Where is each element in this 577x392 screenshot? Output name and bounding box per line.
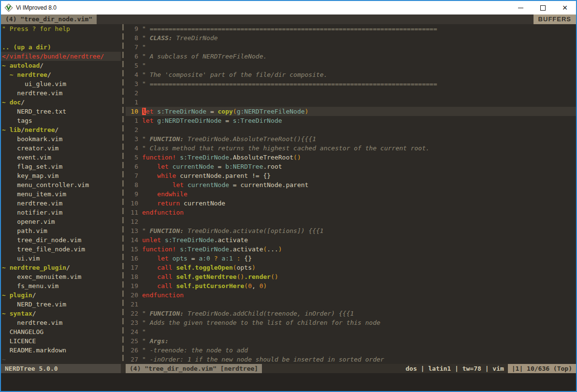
editor-panel: 9" =====================================… [126, 24, 576, 364]
close-button[interactable]: × [554, 1, 576, 15]
code-line[interactable]: 7 while currentNode.parent != {} [126, 171, 576, 180]
tabline-fill [97, 15, 534, 24]
code-line[interactable]: 15function! s:TreeDirNode.activate(...) [126, 245, 576, 254]
code-line[interactable]: 21 [126, 300, 576, 309]
line-number: 18 [127, 272, 138, 281]
line-number: 2 [127, 88, 138, 98]
tree-item[interactable]: fs_menu.vim [1, 281, 121, 290]
tree-item[interactable]: .. (up a dir) [1, 43, 121, 52]
tree-item[interactable] [1, 33, 121, 43]
code-line[interactable]: 25" Args: [126, 336, 576, 346]
code-line[interactable]: 16 let opts = a:0 ? a:1 : {} [126, 254, 576, 263]
line-number: 9 [127, 189, 138, 199]
tree-item[interactable]: LICENCE [1, 336, 121, 346]
tree-item[interactable]: menu_item.vim [1, 189, 121, 199]
line-number: 8 [127, 180, 138, 189]
tree-item[interactable]: ~ lib/nerdtree/ [1, 125, 121, 134]
tree-item[interactable]: NERD_tree.vim [1, 300, 121, 309]
code-line[interactable]: 8" CLASS: TreeDirNode [126, 33, 576, 43]
tabline: (4) "tree_dir_node.vim" BUFFERS [1, 15, 576, 24]
code-line[interactable]: 1let g:NERDTreeDirNode = s:TreeDirNode [126, 116, 576, 125]
line-number: 4 [127, 70, 138, 79]
code-line[interactable]: 11endfunction [126, 208, 576, 217]
line-number: 10 [127, 107, 138, 116]
tree-item[interactable]: notifier.vim [1, 208, 121, 217]
nerdtree-statusline: NERDTree 5.0.0 [1, 364, 121, 373]
code-line[interactable]: 20endfunction [126, 290, 576, 300]
line-number: 17 [127, 263, 138, 272]
code-line[interactable]: 7" [126, 43, 576, 52]
code-line[interactable]: 19 call self.putCursorHere(0, 0) [126, 281, 576, 290]
code-line[interactable]: 12 [126, 217, 576, 226]
tree-item[interactable]: ~ plugin/ [1, 290, 121, 300]
code-line[interactable]: 5" [126, 61, 576, 70]
tree-item[interactable]: tags [1, 116, 121, 125]
tree-item[interactable]: NERD_tree.txt [1, 107, 121, 116]
tree-item[interactable]: menu_controller.vim [1, 180, 121, 189]
code-line[interactable]: 8 let currentNode = currentNode.parent [126, 180, 576, 189]
code-line[interactable]: 6 let currentNode = b:NERDTree.root [126, 162, 576, 171]
code-line[interactable]: 14unlet s:TreeDirNode.activate [126, 235, 576, 245]
code-line[interactable]: 1 [126, 98, 576, 107]
line-number: 6 [127, 52, 138, 61]
code-line[interactable]: 22" FUNCTION: TreeDirNode.addChild(treen… [126, 309, 576, 318]
tree-item[interactable]: tree_file_node.vim [1, 245, 121, 254]
statusline-filename: (4) "tree_dir_node.vim" [nerdtree] [126, 364, 262, 373]
tree-item[interactable]: ~ autoload/ [1, 61, 121, 70]
code-line[interactable]: 26" -treenode: the node to add [126, 346, 576, 355]
tree-item[interactable]: nerdtree.vim [1, 199, 121, 208]
tree-item[interactable]: ~ nerdtree/ [1, 70, 121, 79]
code-line[interactable]: 4" The 'composite' part of the file/dir … [126, 70, 576, 79]
buffers-label: BUFFERS [534, 15, 576, 24]
code-line[interactable]: 9" =====================================… [126, 24, 576, 33]
code-line[interactable]: 18 call self.getNerdtree().render() [126, 272, 576, 281]
tree-item[interactable]: opener.vim [1, 217, 121, 226]
code-line[interactable]: 5function! s:TreeDirNode.AbsoluteTreeRoo… [126, 153, 576, 162]
line-number: 4 [127, 144, 138, 153]
tree-item[interactable]: ui_glue.vim [1, 79, 121, 88]
tree-item[interactable]: key_map.vim [1, 171, 121, 180]
code-line[interactable]: 2 [126, 125, 576, 134]
vim-window: Vi IMproved 8.0 × (4) "tree_dir_node.vim… [0, 0, 577, 392]
tree-item[interactable]: " Press ? for help [1, 24, 121, 33]
line-number: 9 [127, 24, 138, 33]
code-line[interactable]: 10let s:TreeDirNode = copy(g:NERDTreeFil… [126, 107, 576, 116]
tree-item[interactable]: exec_menuitem.vim [1, 272, 121, 281]
code-line[interactable]: 13" FUNCTION: TreeDirNode.activate([opti… [126, 226, 576, 235]
code-line[interactable]: 3" =====================================… [126, 79, 576, 88]
tree-item[interactable]: bookmark.vim [1, 134, 121, 144]
tree-item[interactable]: ~ doc/ [1, 98, 121, 107]
code-line[interactable]: 27" -inOrder: 1 if the new node should b… [126, 355, 576, 364]
code-line[interactable]: 9 endwhile [126, 189, 576, 199]
code-line[interactable]: 10 return currentNode [126, 199, 576, 208]
tree-item[interactable]: nerdtree.vim [1, 318, 121, 327]
tree-item[interactable]: </vimfiles/bundle/nerdtree/ [1, 52, 121, 61]
code-line[interactable]: 23" Adds the given treenode to the list … [126, 318, 576, 327]
maximize-button[interactable] [532, 1, 554, 15]
window-split-separator[interactable] [121, 24, 126, 364]
code-line[interactable]: 24" [126, 327, 576, 336]
code-line[interactable]: 3" FUNCTION: TreeDirNode.AbsoluteTreeRoo… [126, 134, 576, 144]
code-line[interactable]: 4" Class method that returns the highest… [126, 144, 576, 153]
minimize-button[interactable] [509, 1, 532, 15]
tree-item[interactable]: ~ [1, 355, 121, 364]
tree-item[interactable]: ~ nerdtree_plugin/ [1, 263, 121, 272]
tree-item[interactable]: CHANGELOG [1, 327, 121, 336]
code-line[interactable]: 17 call self.toggleOpen(opts) [126, 263, 576, 272]
code-line[interactable]: 2 [126, 88, 576, 98]
statusline-gap [121, 364, 126, 373]
tree-item[interactable]: flag_set.vim [1, 162, 121, 171]
line-number: 24 [127, 327, 138, 336]
tree-item[interactable]: ~ syntax/ [1, 309, 121, 318]
tree-item[interactable]: README.markdown [1, 346, 121, 355]
line-number: 22 [127, 309, 138, 318]
tree-item[interactable]: path.vim [1, 226, 121, 235]
tab-tree-dir-node[interactable]: (4) "tree_dir_node.vim" [1, 15, 97, 24]
code-line[interactable]: 6" A subclass of NERDTreeFileNode. [126, 52, 576, 61]
tree-item[interactable]: creator.vim [1, 144, 121, 153]
tree-item[interactable]: tree_dir_node.vim [1, 235, 121, 245]
tree-item[interactable]: event.vim [1, 153, 121, 162]
tree-item[interactable]: ui.vim [1, 254, 121, 263]
tree-item[interactable]: nerdtree.vim [1, 88, 121, 98]
command-line[interactable] [1, 373, 576, 391]
